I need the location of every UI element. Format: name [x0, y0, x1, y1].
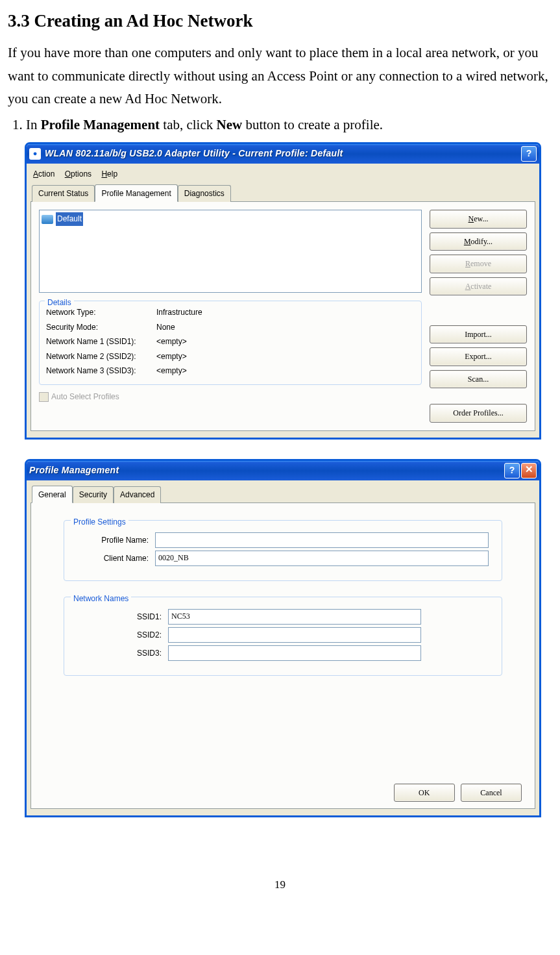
order-profiles-button[interactable]: Order Profiles... — [430, 404, 527, 422]
menu-options[interactable]: Options — [65, 169, 91, 179]
tab-general[interactable]: General — [32, 486, 73, 503]
client-name-input[interactable] — [155, 551, 489, 566]
import-button[interactable]: Import... — [430, 325, 527, 343]
auto-select-checkbox: Auto Select Profiles — [39, 390, 422, 403]
menu-help[interactable]: Help — [101, 169, 117, 179]
profile-name-label: Profile Name: — [77, 534, 155, 547]
menubar: Action Options Help — [30, 166, 535, 184]
ssid2-input[interactable] — [168, 627, 421, 643]
close-button[interactable]: ✕ — [521, 463, 537, 478]
checkbox-icon — [39, 392, 49, 402]
tab-current-status[interactable]: Current Status — [32, 185, 95, 202]
network-names-group: Network Names SSID1: SSID2: SSID3: — [64, 597, 502, 676]
titlebar[interactable]: Profile Management ? ✕ — [27, 461, 539, 480]
client-name-label: Client Name: — [77, 552, 155, 565]
modify-button[interactable]: Modify... — [430, 232, 527, 251]
dialog-title: Profile Management — [29, 463, 503, 478]
profile-item-default[interactable]: Default — [42, 212, 419, 225]
profile-icon — [42, 215, 53, 224]
tab-diagnostics[interactable]: Diagnostics — [178, 185, 231, 202]
ssid2-label: SSID2: — [77, 628, 168, 641]
profile-management-dialog: Profile Management ? ✕ General Security … — [25, 459, 541, 817]
menu-action[interactable]: Action — [33, 169, 55, 179]
scan-button[interactable]: Scan... — [430, 370, 527, 388]
tab-profile-management[interactable]: Profile Management — [95, 184, 177, 202]
help-button[interactable]: ? — [521, 146, 537, 162]
profile-settings-group: Profile Settings Profile Name: Client Na… — [64, 520, 502, 581]
section-heading: 3.3 Creating an Ad Hoc Network — [8, 6, 552, 36]
cancel-button[interactable]: Cancel — [461, 784, 522, 802]
details-groupbox: Details Network Type:Infrastructure Secu… — [39, 301, 422, 385]
details-legend: Details — [45, 296, 74, 309]
new-button[interactable]: New... — [430, 210, 527, 228]
ok-button[interactable]: OK — [394, 784, 455, 802]
window-title: WLAN 802.11a/b/g USB2.0 Adapter Utility … — [45, 146, 520, 162]
intro-paragraph: If you have more than one computers and … — [8, 42, 552, 111]
ssid1-label: SSID1: — [77, 610, 168, 623]
help-button[interactable]: ? — [504, 463, 520, 478]
step-1: In Profile Management tab, click New but… — [26, 114, 552, 137]
tab-advanced[interactable]: Advanced — [114, 486, 161, 503]
ssid1-input[interactable] — [168, 609, 421, 625]
profile-list[interactable]: Default — [39, 210, 422, 293]
wlan-utility-window: ● WLAN 802.11a/b/g USB2.0 Adapter Utilit… — [25, 142, 541, 440]
activate-button: Activate — [430, 277, 527, 295]
ssid3-input[interactable] — [168, 645, 421, 661]
app-icon: ● — [29, 148, 41, 160]
export-button[interactable]: Export... — [430, 347, 527, 366]
titlebar[interactable]: ● WLAN 802.11a/b/g USB2.0 Adapter Utilit… — [27, 144, 539, 164]
remove-button: Remove — [430, 254, 527, 273]
ssid3-label: SSID3: — [77, 647, 168, 660]
tab-security[interactable]: Security — [73, 486, 114, 503]
profile-name-input[interactable] — [155, 532, 489, 548]
page-number: 19 — [8, 876, 552, 895]
